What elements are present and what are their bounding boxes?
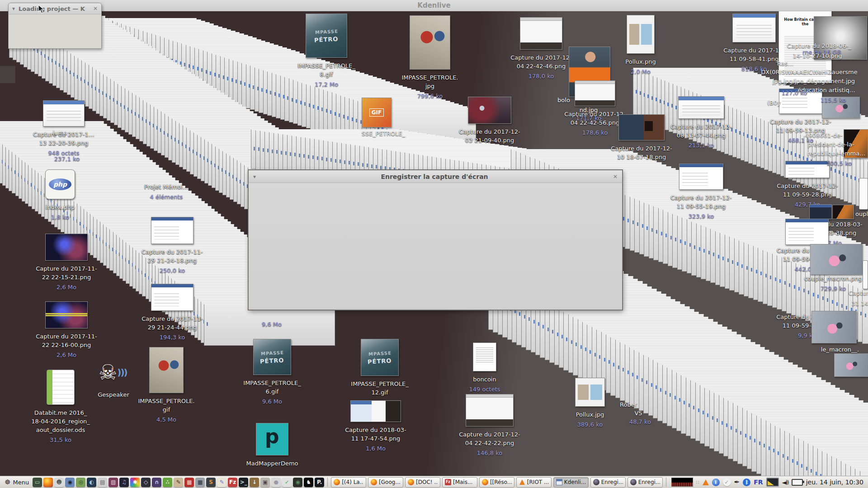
- cap-2017-12-11-09-58-41-thumbnail[interactable]: [732, 14, 776, 42]
- device-white-thumbnail[interactable]: [859, 178, 868, 210]
- cap-2018-03-11-17-47-54-thumbnail[interactable]: [350, 400, 401, 422]
- face-icon[interactable]: ☻: [54, 478, 64, 487]
- headphones-icon[interactable]: ∩: [152, 478, 161, 487]
- fb-small-thumbnail[interactable]: [809, 204, 832, 219]
- taskbar-window-4la[interactable]: [(4) La...: [331, 477, 366, 488]
- globe-icon[interactable]: ◐: [87, 478, 96, 487]
- menu-button[interactable]: ☸ Menu: [3, 478, 31, 486]
- impasse-petrole-jpg-thumbnail[interactable]: [410, 15, 450, 70]
- cpu-graph-icon[interactable]: [671, 478, 693, 487]
- floating-label: republique-emma…: [807, 150, 866, 157]
- madmapper-demo-thumbnail[interactable]: d: [256, 423, 288, 455]
- pinwheel-icon[interactable]: ✱: [130, 478, 140, 487]
- volume-icon[interactable]: ◄)): [782, 479, 788, 486]
- boncoin-thumbnail[interactable]: [473, 343, 496, 371]
- cap-2017-11-22-22-16-00-thumbnail[interactable]: [45, 301, 88, 328]
- cap-2017-12-04-22-42-22-label: Capture du 2017-12-04 22-42-22.png146,8 …: [444, 430, 535, 457]
- close-icon[interactable]: ✕: [93, 5, 98, 12]
- battery-icon[interactable]: [792, 479, 803, 486]
- loading-window-titlebar[interactable]: ▾ Loading project — K ✕: [9, 3, 101, 14]
- impasse-petrole-6-gif-thumbnail[interactable]: MPASSEPÉTRO: [253, 339, 291, 375]
- package-down-icon[interactable]: ↓: [250, 478, 259, 487]
- toolbox-icon[interactable]: ▦: [184, 478, 194, 487]
- music-icon[interactable]: ♫: [119, 478, 129, 487]
- photo-robot-thumbnail[interactable]: [832, 205, 854, 219]
- taskbar-window-rso[interactable]: [[Réso...: [479, 477, 514, 488]
- sphere-gray-icon[interactable]: ●: [271, 478, 281, 487]
- cap-2017-11-29-21-24-18-thumbnail[interactable]: [151, 217, 193, 244]
- impasse-petrole-6-gif-label: IMPASSE_PETROLE_6.gif9,6 Mo: [227, 379, 317, 406]
- pollux-jpg-label: Pollux.jpg389,6 ko: [545, 410, 635, 429]
- cap-2017-12-03-21-09-40-thumbnail[interactable]: [468, 97, 511, 124]
- molecule-icon[interactable]: ∴: [163, 478, 172, 487]
- impasse-petrole-8-gif-thumbnail[interactable]: MPASSEPÉTRO: [306, 14, 347, 58]
- taskbar-window-doc[interactable]: [DOC! ...: [405, 477, 440, 488]
- cap-2017-12-11-09-55-19-thumbnail[interactable]: [679, 164, 723, 190]
- collapse-icon[interactable]: ▾: [12, 5, 15, 12]
- film-icon[interactable]: ▨: [108, 478, 118, 487]
- terminal-window-icon[interactable]: ▭: [33, 478, 42, 487]
- taskbar-window-goog[interactable]: [Goog...: [368, 477, 403, 488]
- floating-label: Rober: [620, 401, 637, 408]
- calculator-icon[interactable]: ▦: [195, 478, 205, 487]
- photo-le-macron-thumbnail[interactable]: [834, 353, 868, 377]
- firefox-icon[interactable]: [43, 478, 53, 487]
- card-icon[interactable]: ▤: [98, 478, 107, 487]
- gif-icon-thumbnail[interactable]: GIF: [362, 98, 392, 127]
- taskbar-window-mais[interactable]: Fz[Mais...: [442, 477, 477, 488]
- dialog-titlebar[interactable]: ▾ Enregistrer la capture d'écran ✕: [249, 170, 622, 183]
- impasse-petrole-12-gif-thumbnail[interactable]: MPASSEPÉTRO: [361, 339, 399, 376]
- cap-2017-11-22-22-15-21-label: Capture du 2017-11-22 22-15-21.png2,6 Mo: [21, 264, 112, 291]
- filezilla-icon[interactable]: Fz: [228, 478, 237, 487]
- save-screenshot-dialog[interactable]: ▾ Enregistrer la capture d'écran ✕: [248, 170, 623, 310]
- databit-ods-thumbnail[interactable]: [47, 370, 75, 405]
- cap-2017-12-04-22-42-46-thumbnail[interactable]: [520, 17, 562, 50]
- cap-2017-12-11-09-59-56-thumbnail[interactable]: [785, 219, 829, 245]
- tray-handle-icon[interactable]: ∷: [696, 479, 699, 485]
- display-settings-icon[interactable]: [766, 478, 779, 487]
- photo-couple-macron-thumbnail[interactable]: [810, 244, 863, 275]
- camera-eye-icon[interactable]: ◉: [293, 478, 302, 487]
- cap-2017-11-22-22-15-21-thumbnail[interactable]: [45, 234, 88, 261]
- index-php-thumbnail[interactable]: php: [45, 169, 75, 199]
- floating-label: 9,6 Mo: [262, 321, 282, 328]
- floating-label: SSE_PETROLE_: [362, 130, 405, 137]
- impasse-petrole-gif-thumbnail[interactable]: [149, 347, 184, 393]
- brush-icon[interactable]: ✒: [734, 478, 740, 486]
- spiral-icon[interactable]: ◎: [76, 478, 85, 487]
- cap-2017-11-29-21-24-44-thumbnail[interactable]: [151, 284, 193, 311]
- madmapper-demo-label: MadMapperDemo: [227, 459, 317, 468]
- taskbar-window-enregi[interactable]: Enregi...: [627, 477, 663, 488]
- sublime-icon[interactable]: S: [206, 478, 216, 487]
- cap-2017-12-11-09-59-28-thumbnail[interactable]: [785, 161, 830, 178]
- clock-check-icon[interactable]: ✓: [282, 478, 292, 487]
- terminal-icon[interactable]: >_: [239, 478, 248, 487]
- close-icon[interactable]: ✕: [613, 174, 618, 180]
- plex-icon[interactable]: P.: [315, 478, 324, 487]
- update-check-icon[interactable]: ✓: [723, 478, 731, 486]
- taskbar-window-enregi[interactable]: Enregi...: [590, 477, 626, 488]
- loading-project-window[interactable]: ▾ Loading project — K ✕: [8, 3, 102, 49]
- photo-couple-2-thumbnail[interactable]: [811, 311, 857, 343]
- taskbar-window-kdenli[interactable]: Kdenli...: [553, 477, 589, 488]
- eye-icon[interactable]: ◉: [65, 478, 75, 487]
- taskbar-window-riot[interactable]: [RIOT ...: [516, 477, 552, 488]
- cap-2017-12-08-13-07-44-thumbnail[interactable]: [678, 96, 724, 119]
- notes-icon[interactable]: ✎: [217, 478, 226, 487]
- gespeaker-thumbnail[interactable]: ☠))): [99, 358, 128, 387]
- filezilla-icon: Fz: [445, 479, 451, 485]
- pollux-jpg-thumbnail[interactable]: [575, 378, 605, 407]
- horse-icon[interactable]: ♞: [304, 478, 313, 487]
- archive-icon[interactable]: ▣: [260, 478, 270, 487]
- pen-icon[interactable]: ✎: [174, 478, 183, 487]
- cap-2017-12-04-22-42-22-thumbnail[interactable]: [466, 394, 514, 427]
- cap-2017-13-22-20-39-thumbnail[interactable]: [43, 100, 85, 127]
- shield-info-icon[interactable]: i: [712, 479, 720, 486]
- bluetooth-icon[interactable]: ᛒ: [743, 479, 750, 486]
- cap-2017-12-04-22-42-56-thumbnail[interactable]: [575, 80, 615, 106]
- pollux-png-thumbnail[interactable]: [627, 15, 655, 54]
- doc-small-right-thumbnail[interactable]: [863, 260, 868, 289]
- keyboard-layout[interactable]: FR: [754, 479, 763, 486]
- vlc-icon[interactable]: [703, 479, 709, 485]
- unity-icon[interactable]: ◇: [141, 478, 151, 487]
